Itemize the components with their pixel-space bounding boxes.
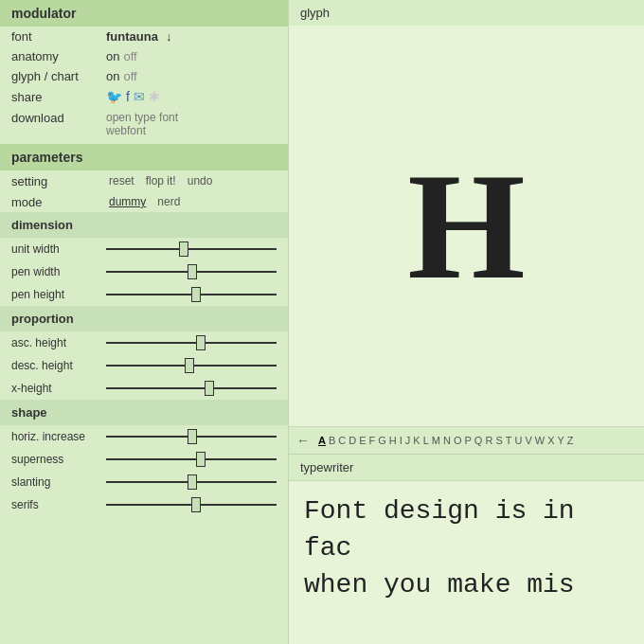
asc-height-thumb[interactable] bbox=[196, 335, 206, 350]
alpha-letter-d[interactable]: D bbox=[348, 434, 357, 447]
alpha-letter-k[interactable]: K bbox=[412, 434, 420, 447]
superness-thumb[interactable] bbox=[196, 452, 206, 467]
alpha-letter-g[interactable]: G bbox=[377, 434, 387, 447]
nav-left-arrow[interactable]: ← bbox=[296, 433, 310, 448]
typewriter-header: typewriter bbox=[289, 455, 644, 481]
alpha-letter-x[interactable]: X bbox=[546, 434, 555, 447]
horiz-increase-row: horiz. increase bbox=[0, 425, 288, 448]
alpha-letter-q[interactable]: Q bbox=[474, 434, 484, 447]
glyph-off[interactable]: off bbox=[123, 69, 136, 83]
alpha-letter-a[interactable]: A bbox=[317, 434, 327, 447]
alpha-letter-h[interactable]: H bbox=[388, 434, 398, 447]
font-dropdown-arrow[interactable]: ↓ bbox=[166, 29, 172, 44]
asc-height-row: asc. height bbox=[0, 331, 288, 354]
pen-height-thumb[interactable] bbox=[191, 287, 201, 302]
shape-header: shape bbox=[0, 400, 288, 425]
flop-button[interactable]: flop it! bbox=[143, 173, 179, 188]
mode-dummy-button[interactable]: dummy bbox=[106, 194, 149, 209]
alpha-letter-j[interactable]: J bbox=[404, 434, 412, 447]
serifs-thumb[interactable] bbox=[191, 497, 201, 512]
download-links: open type font webfont bbox=[106, 111, 178, 137]
asc-height-label: asc. height bbox=[11, 336, 106, 349]
anatomy-on[interactable]: on bbox=[106, 49, 119, 63]
unit-width-slider[interactable] bbox=[106, 242, 277, 257]
x-height-thumb[interactable] bbox=[205, 381, 214, 396]
unit-width-thumb[interactable] bbox=[179, 242, 188, 257]
anatomy-value: on off bbox=[106, 49, 277, 63]
share-label: share bbox=[11, 90, 106, 104]
glyph-title: glyph bbox=[300, 6, 330, 20]
alpha-letter-l[interactable]: L bbox=[422, 434, 430, 447]
glyph-character: H bbox=[407, 151, 525, 302]
download-webfont[interactable]: webfont bbox=[106, 124, 178, 137]
x-height-slider[interactable] bbox=[106, 381, 277, 396]
x-height-track bbox=[106, 387, 277, 389]
pen-width-thumb[interactable] bbox=[188, 264, 197, 279]
undo-button[interactable]: undo bbox=[185, 173, 216, 188]
alpha-letter-v[interactable]: V bbox=[524, 434, 532, 447]
alpha-letter-z[interactable]: Z bbox=[566, 434, 575, 447]
glyph-display[interactable]: H bbox=[289, 26, 644, 426]
parameters-header: parameters bbox=[0, 144, 288, 170]
pen-height-slider[interactable] bbox=[106, 287, 277, 302]
alpha-letter-u[interactable]: U bbox=[513, 434, 523, 447]
alpha-letter-m[interactable]: M bbox=[431, 434, 441, 447]
anatomy-off[interactable]: off bbox=[123, 49, 136, 63]
alpha-letter-o[interactable]: O bbox=[453, 434, 463, 447]
alpha-letter-i[interactable]: I bbox=[399, 434, 403, 447]
x-height-row: x-height bbox=[0, 377, 288, 400]
horiz-increase-slider[interactable] bbox=[106, 429, 277, 444]
typewriter-content: Font design is in fac when you make mis bbox=[304, 492, 629, 604]
typewriter-text-area[interactable]: Font design is in fac when you make mis bbox=[289, 481, 644, 644]
typewriter-title: typewriter bbox=[300, 460, 353, 474]
horiz-increase-thumb[interactable] bbox=[188, 429, 197, 444]
mail-icon[interactable]: ✉ bbox=[134, 89, 145, 104]
horiz-increase-label: horiz. increase bbox=[11, 430, 106, 443]
typewriter-section: typewriter Font design is in fac when yo… bbox=[289, 455, 644, 644]
desc-height-slider[interactable] bbox=[106, 358, 277, 373]
proportion-header: proportion bbox=[0, 306, 288, 331]
share-row: share 🐦 f ✉ ✱ bbox=[0, 86, 288, 107]
star-icon[interactable]: ✱ bbox=[149, 89, 160, 104]
alpha-letter-e[interactable]: E bbox=[358, 434, 367, 447]
alpha-letter-c[interactable]: C bbox=[337, 434, 347, 447]
superness-slider[interactable] bbox=[106, 452, 277, 467]
serifs-slider[interactable] bbox=[106, 497, 277, 512]
glyph-chart-label: glyph / chart bbox=[11, 69, 106, 83]
asc-height-track bbox=[106, 342, 277, 344]
slanting-thumb[interactable] bbox=[188, 474, 197, 490]
facebook-icon[interactable]: f bbox=[126, 89, 130, 104]
mode-nerd-button[interactable]: nerd bbox=[154, 194, 183, 209]
slanting-slider[interactable] bbox=[106, 474, 277, 490]
glyph-on[interactable]: on bbox=[106, 69, 119, 83]
alpha-letter-n[interactable]: N bbox=[442, 434, 452, 447]
alpha-letter-r[interactable]: R bbox=[484, 434, 493, 447]
superness-row: superness bbox=[0, 448, 288, 471]
setting-label: setting bbox=[11, 174, 106, 188]
alpha-letter-f[interactable]: F bbox=[368, 434, 377, 447]
glyph-section: glyph H ← ABCDEFGHIJKLMNOPQRSTUVWXYZ bbox=[289, 0, 644, 455]
pen-width-label: pen width bbox=[11, 265, 106, 278]
desc-height-thumb[interactable] bbox=[185, 358, 194, 373]
alphabet-letters: ABCDEFGHIJKLMNOPQRSTUVWXYZ bbox=[317, 434, 575, 447]
alpha-letter-p[interactable]: P bbox=[464, 434, 473, 447]
parameters-title: parameters bbox=[11, 150, 83, 165]
font-row: font funtauna ↓ bbox=[0, 27, 288, 46]
alpha-letter-b[interactable]: B bbox=[328, 434, 336, 447]
alpha-letter-t[interactable]: T bbox=[505, 434, 513, 447]
reset-button[interactable]: reset bbox=[106, 173, 137, 188]
asc-height-slider[interactable] bbox=[106, 335, 277, 350]
left-panel: modulator font funtauna ↓ anatomy on off… bbox=[0, 0, 289, 644]
alpha-letter-y[interactable]: Y bbox=[556, 434, 564, 447]
glyph-chart-value: on off bbox=[106, 69, 277, 83]
font-label: font bbox=[11, 29, 106, 44]
unit-width-track bbox=[106, 248, 277, 250]
alpha-letter-w[interactable]: W bbox=[534, 434, 546, 447]
superness-label: superness bbox=[11, 453, 106, 466]
pen-width-slider[interactable] bbox=[106, 264, 277, 279]
alpha-letter-s[interactable]: S bbox=[494, 434, 503, 447]
modulator-title: modulator bbox=[11, 6, 76, 21]
download-otf[interactable]: open type font bbox=[106, 111, 178, 124]
twitter-icon[interactable]: 🐦 bbox=[106, 89, 122, 104]
font-value: funtauna ↓ bbox=[106, 29, 277, 44]
